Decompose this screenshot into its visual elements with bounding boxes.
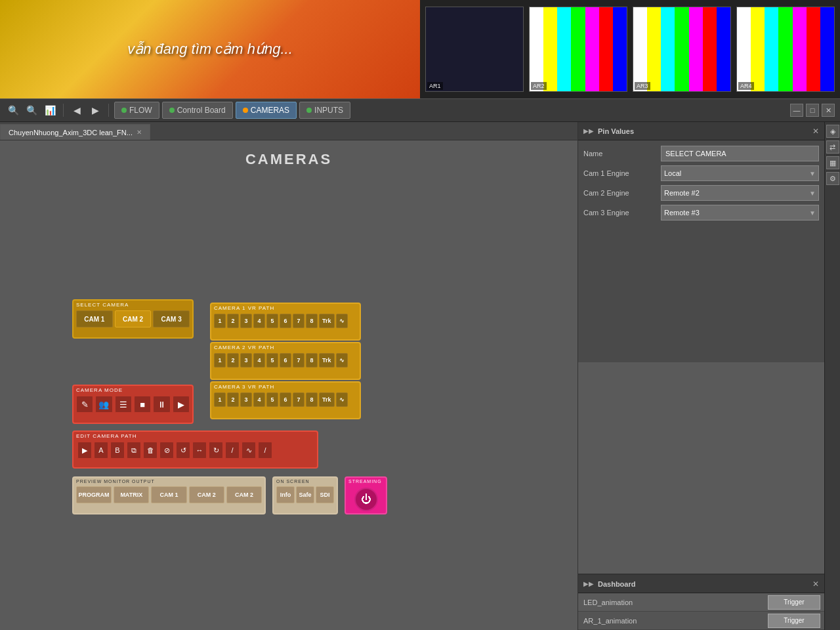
cam3-path-btn-trk[interactable]: Trk	[319, 392, 335, 407]
dashboard-close[interactable]: ✕	[812, 579, 819, 589]
sidebar-icon-2[interactable]: ⇄	[826, 140, 839, 154]
edit-btn-b[interactable]: B	[110, 442, 125, 459]
cam1-path-btn-8[interactable]: 8	[306, 314, 318, 328]
main-tab[interactable]: ChuyenNhuong_Axim_3DC lean_FN... ✕	[0, 124, 150, 140]
pin-values-close[interactable]: ✕	[812, 127, 819, 136]
edit-btn-rotate-right[interactable]: ↻	[209, 442, 223, 459]
preview-btn-cam2[interactable]: CAM 2	[189, 486, 224, 503]
maximize-button[interactable]: □	[806, 104, 819, 117]
on-screen-btn-safe[interactable]: Safe	[296, 486, 314, 503]
inputs-button[interactable]: INPUTS	[299, 102, 350, 119]
preview-btn-cam1[interactable]: CAM 1	[151, 486, 186, 503]
on-screen-btn-info[interactable]: Info	[276, 486, 295, 503]
cam2-path-btn-1[interactable]: 1	[214, 353, 226, 368]
cam2-path-btn-7[interactable]: 7	[293, 353, 304, 368]
preview-thumb-4: AR4	[736, 7, 835, 92]
edit-btn-cancel[interactable]: ⊘	[159, 442, 174, 459]
cam2-path-btn-2[interactable]: 2	[227, 353, 239, 368]
cam2-path-btn-4[interactable]: 4	[253, 353, 265, 368]
cam1-path-btn-1[interactable]: 1	[214, 314, 226, 328]
cam3-path-btn-4[interactable]: 4	[253, 392, 265, 407]
cam3-path-btn-6[interactable]: 6	[280, 392, 291, 407]
cam2-path-btn-3[interactable]: 3	[240, 353, 252, 368]
chart-icon[interactable]: 📊	[42, 102, 58, 118]
cam1-path-btn-5[interactable]: 5	[266, 314, 278, 328]
edit-btn-curve[interactable]: ∿	[242, 442, 256, 459]
cam3-path-btn-5[interactable]: 5	[266, 392, 278, 407]
cam1-path-btn-trk[interactable]: Trk	[319, 314, 335, 328]
right-panel: ▶▶ Pin Values ✕ Name SELECT CAMERA Cam 1…	[578, 122, 840, 630]
cam3-path-btn-7[interactable]: 7	[293, 392, 304, 407]
edit-btn-rotate-left[interactable]: ↺	[176, 442, 190, 459]
on-screen-button-group: Info Safe SDI	[274, 485, 337, 506]
cam3-path-btn-8[interactable]: 8	[306, 392, 318, 407]
cameras-button[interactable]: CAMERAS	[236, 102, 297, 119]
streaming-power-button[interactable]: ⏻	[354, 488, 378, 511]
preview-btn-cam2b[interactable]: CAM 2	[226, 486, 262, 503]
cam1-path-btn-4[interactable]: 4	[253, 314, 265, 328]
cam2-path-btn-curve[interactable]: ∿	[336, 353, 348, 368]
sidebar-icon-gear[interactable]: ⚙	[826, 172, 839, 185]
cam2-path-btn-8[interactable]: 8	[306, 353, 318, 368]
edit-btn-flip[interactable]: ↔	[192, 442, 207, 459]
sidebar-icon-1[interactable]: ◈	[826, 125, 839, 138]
pin-cam1-select[interactable]: Local ▼	[661, 165, 819, 181]
mode-btn-stop[interactable]: ■	[134, 396, 151, 413]
mode-btn-list[interactable]: ☰	[115, 396, 132, 413]
pin-name-value[interactable]: SELECT CAMERA	[661, 146, 819, 161]
search-icon-2[interactable]: 🔍	[24, 102, 39, 118]
edit-btn-play[interactable]: ▶	[77, 442, 92, 459]
edit-btn-line[interactable]: /	[225, 442, 240, 459]
select-camera-title: SELECT CAMERA	[74, 301, 192, 309]
pin-cam3-select[interactable]: Remote #3 ▼	[661, 205, 819, 220]
cam3-path-buttons: 1 2 3 4 5 6 7 8 Trk ∿	[211, 391, 360, 410]
cam2-button[interactable]: CAM 2	[115, 310, 152, 327]
dashboard-led-trigger[interactable]: Trigger	[768, 595, 820, 610]
dashboard-ar-trigger[interactable]: Trigger	[768, 614, 820, 628]
dashboard-title: Dashboard	[598, 580, 635, 588]
cam3-path-btn-curve[interactable]: ∿	[336, 392, 348, 407]
search-icon-1[interactable]: 🔍	[5, 102, 21, 118]
sidebar-icon-3[interactable]: ▦	[826, 156, 839, 169]
cam2-path-btn-5[interactable]: 5	[266, 353, 278, 368]
toolbar: 🔍 🔍 📊 ◀ ▶ FLOW Control Board CAMERAS INP…	[0, 98, 840, 122]
cam3-button[interactable]: CAM 3	[153, 310, 190, 327]
mode-btn-play[interactable]: ▶	[173, 396, 190, 413]
cam2-path-buttons: 1 2 3 4 5 6 7 8 Trk ∿	[211, 352, 360, 370]
preview-btn-program[interactable]: PROGRAM	[76, 486, 112, 503]
flow-button[interactable]: FLOW	[114, 102, 159, 119]
on-screen-btn-sdi[interactable]: SDI	[316, 486, 334, 503]
cam3-path-btn-2[interactable]: 2	[227, 392, 239, 407]
flow-power-dot	[121, 108, 127, 113]
minimize-button[interactable]: —	[790, 104, 803, 117]
cam3-path-btn-3[interactable]: 3	[240, 392, 252, 407]
dashboard-table: LED_animation Trigger AR_1_animation Tri…	[578, 593, 824, 630]
cam2-path-btn-trk[interactable]: Trk	[319, 353, 335, 368]
cam1-path-btn-7[interactable]: 7	[293, 314, 304, 328]
arrow-left-icon[interactable]: ◀	[69, 102, 85, 118]
mode-btn-group[interactable]: 👥	[95, 396, 112, 413]
edit-path-title: EDIT CAMERA PATH	[74, 432, 317, 440]
pin-cam2-select[interactable]: Remote #2 ▼	[661, 185, 819, 201]
mode-btn-draw[interactable]: ✎	[76, 396, 93, 413]
separator-2	[108, 104, 109, 117]
edit-btn-copy[interactable]: ⧉	[127, 442, 141, 459]
cam1-path-btn-6[interactable]: 6	[280, 314, 291, 328]
tab-close-icon[interactable]: ✕	[136, 129, 142, 136]
edit-btn-delete[interactable]: 🗑	[143, 442, 158, 459]
arrow-right-icon[interactable]: ▶	[87, 102, 103, 118]
edit-btn-a[interactable]: A	[94, 442, 108, 459]
cam1-path-btn-3[interactable]: 3	[240, 314, 252, 328]
preview-btn-matrix[interactable]: MATRIX	[114, 486, 149, 503]
cam1-path-btn-curve[interactable]: ∿	[336, 314, 348, 328]
mode-btn-pause[interactable]: ⏸	[153, 396, 170, 413]
control-board-button[interactable]: Control Board	[162, 102, 233, 119]
right-preview: AR1 AR2 AR3 AR4	[420, 0, 840, 98]
cam1-path-btn-2[interactable]: 2	[227, 314, 239, 328]
close-button[interactable]: ✕	[822, 104, 835, 117]
pin-values-title: Pin Values	[598, 127, 634, 135]
cam3-path-btn-1[interactable]: 1	[214, 392, 226, 407]
cam1-button[interactable]: CAM 1	[76, 310, 113, 327]
edit-btn-slash[interactable]: /	[258, 442, 272, 459]
cam2-path-btn-6[interactable]: 6	[280, 353, 291, 368]
